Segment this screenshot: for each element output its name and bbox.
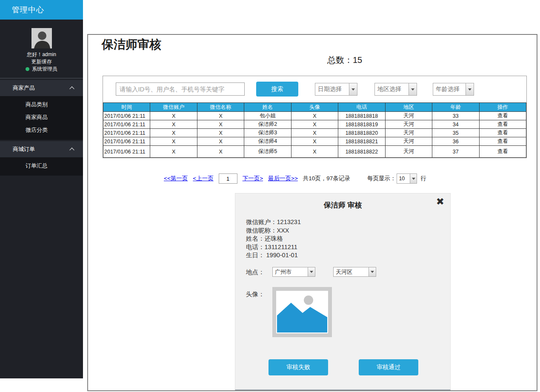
cell-time: 2017/01/06 21:11 [103,112,150,120]
cell-region: 天河 [385,120,432,129]
table-row: 2017/01/06 21:11 X X 保洁师5 X 18818818822 … [103,146,526,158]
cell-time: 2017/01/06 21:11 [103,129,150,137]
cell-name: 包小姐 [244,112,291,120]
cell-avatar: X [291,112,338,120]
view-action[interactable]: 查看 [479,120,526,129]
chevron-down-icon [410,174,417,183]
view-action[interactable]: 查看 [479,129,526,137]
district-select[interactable]: 天河区 [333,267,376,277]
cell-phone: 18818818821 [338,137,385,146]
col-header-time: 时间 [103,103,150,112]
per-page-select[interactable]: 10 [397,173,417,184]
chevron-down-icon [466,83,474,95]
image-placeholder-icon [276,291,328,333]
cell-region: 天河 [385,129,432,137]
review-table: 时间 微信账户 微信名称 姓名 头像 电话 地区 年龄 操作 2017/01/0… [103,102,526,158]
app-title: 管理中心 [0,0,83,20]
review-pass-button[interactable]: 审核通过 [359,359,418,375]
cell-wechat-account: X [150,120,197,129]
search-row: 搜索 日期选择 地区选择 年龄选择 [103,76,526,102]
cell-phone: 18818818818 [338,112,385,120]
col-header-wechat-name: 微信名称 [197,103,244,112]
user-avatar [31,28,52,48]
avatar-label: 头像： [246,291,265,298]
user-greeting: 您好！admin [0,51,83,58]
cell-wechat-name: X [197,137,244,146]
next-page-link[interactable]: 下一页> [243,175,263,182]
table-header-row: 时间 微信账户 微信名称 姓名 头像 电话 地区 年龄 操作 [103,103,526,112]
search-button[interactable]: 搜索 [256,82,298,97]
sidebar-item-merchant-products[interactable]: 商家产品 [0,80,83,96]
view-action[interactable]: 查看 [479,146,526,158]
cell-name: 保洁师3 [244,129,291,137]
region-filter-select[interactable]: 地区选择 [374,83,417,96]
sidebar: 您好！admin 更新缓存 系统管理员 商家产品 商品类别 商家商品 微店分类 … [0,20,83,378]
table-row: 2017/01/06 21:11 X X 包小姐 X 18818818818 天… [103,112,526,120]
sidebar-item-product-category[interactable]: 商品类别 [0,98,83,111]
review-fail-button[interactable]: 审核失败 [269,359,328,375]
city-select[interactable]: 广州市 [272,267,315,277]
cell-avatar: X [291,137,338,146]
chevron-down-icon [409,83,417,95]
page-number-input[interactable] [219,173,237,184]
cell-avatar: X [291,120,338,129]
age-filter-select[interactable]: 年龄选择 [433,83,474,96]
cell-wechat-name: X [197,129,244,137]
pagination: <<第一页 <上一页 下一页> 最后一页>> 共10页，97条记录 每页显示： … [164,173,426,184]
cell-wechat-account: X [150,112,197,120]
cell-age: 35 [432,129,479,137]
col-header-avatar: 头像 [291,103,338,112]
date-filter-select[interactable]: 日期选择 [315,83,357,96]
phone-line: 电话：1311211211 [246,243,301,252]
sidebar-item-mall-orders[interactable]: 商城订单 [0,141,83,157]
search-input[interactable] [116,82,245,96]
chevron-down-icon [349,83,357,95]
update-cache-link[interactable]: 更新缓存 [0,58,83,65]
cell-time: 2017/01/06 21:11 [103,146,150,158]
review-modal: 保洁师 审核 ✖ 微信账户：1213231 微信昵称：XXX 姓名：还珠格 电话… [235,193,451,390]
col-header-age: 年龄 [432,103,479,112]
main-panel: 保洁师审核 总数：15 搜索 日期选择 地区选择 年龄选择 [87,34,537,391]
user-block: 您好！admin 更新缓存 系统管理员 [0,20,83,79]
col-header-name: 姓名 [244,103,291,112]
col-header-wechat-account: 微信账户 [150,103,197,112]
cell-phone: 18818818820 [338,129,385,137]
avatar-image-placeholder [272,287,332,337]
chevron-up-icon [69,148,74,152]
view-action[interactable]: 查看 [479,137,526,146]
page-title: 保洁师审核 [102,37,161,53]
location-label: 地点： [246,269,265,276]
cell-age: 36 [432,137,479,146]
search-and-table-container: 搜索 日期选择 地区选择 年龄选择 时间 微信 [103,76,527,158]
cell-wechat-name: X [197,146,244,158]
cell-avatar: X [291,129,338,137]
prev-page-link[interactable]: <上一页 [193,175,213,182]
last-page-link[interactable]: 最后一页>> [268,175,298,182]
cell-region: 天河 [385,112,432,120]
wechat-nickname-line: 微信昵称：XXX [246,227,301,235]
menu-section-orders: 商城订单 订单汇总 [0,141,83,176]
name-line: 姓名：还珠格 [246,235,301,243]
cell-wechat-account: X [150,129,197,137]
modal-title: 保洁师 审核 [235,200,450,210]
sidebar-item-order-summary[interactable]: 订单汇总 [0,159,83,172]
cell-age: 37 [432,146,479,158]
sidebar-item-merchant-goods[interactable]: 商家商品 [0,111,83,124]
cell-region: 天河 [385,137,432,146]
birthday-line: 生日： 1990-01-01 [246,251,301,260]
cell-region: 天河 [385,146,432,158]
view-action[interactable]: 查看 [479,112,526,120]
submenu-orders: 订单汇总 [0,157,83,176]
close-icon[interactable]: ✖ [436,197,444,207]
cell-phone: 18818818822 [338,146,385,158]
col-header-region: 地区 [385,103,432,112]
admin-page: 管理中心 您好！admin 更新缓存 系统管理员 商家产品 商品类别 商 [0,0,540,392]
cell-name: 保洁师4 [244,137,291,146]
sidebar-item-microstore-category[interactable]: 微店分类 [0,124,83,136]
per-page-label: 每页显示： [367,175,396,182]
cell-avatar: X [291,146,338,158]
location-row: 地点： 广州市 天河区 [246,268,265,276]
user-role: 系统管理员 [0,65,83,73]
first-page-link[interactable]: <<第一页 [164,175,188,182]
chevron-down-icon [369,267,376,276]
